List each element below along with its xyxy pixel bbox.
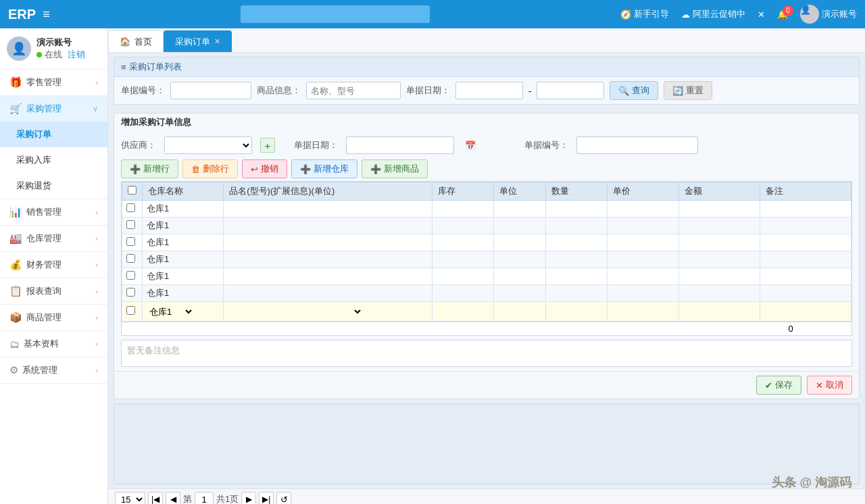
cell-amount-4 — [678, 268, 760, 285]
ali-promo-btn[interactable]: ☁ 阿里云促销中 — [681, 8, 745, 20]
row-checkbox-5[interactable] — [126, 288, 135, 297]
tab-purchase-order[interactable]: 采购订单 ✕ — [164, 30, 232, 52]
del-row-button[interactable]: 🗑 删除行 — [182, 159, 238, 178]
retail-icon: 🎁 — [9, 76, 22, 89]
report-label: 报表查询 — [26, 285, 61, 297]
purchase-stock-label: 采购入库 — [16, 154, 51, 166]
page-number-input[interactable] — [195, 492, 214, 504]
refresh-btn[interactable]: ↺ — [276, 492, 291, 504]
cell-price-4 — [608, 268, 679, 285]
page-size-select[interactable]: 15 30 50 — [115, 492, 145, 504]
next-page-btn[interactable]: ▶ — [241, 492, 256, 504]
sidebar-item-basic[interactable]: 🗂 基本资料 › — [0, 331, 107, 357]
edit-qty-input[interactable] — [550, 305, 584, 318]
cell-unit-0 — [494, 201, 546, 218]
chevron-right-icon: › — [95, 78, 98, 86]
sidebar-status: 在线 注销 — [36, 49, 85, 61]
first-page-btn[interactable]: |◀ — [148, 492, 163, 504]
edit-cell-warehouse[interactable]: 仓库1 — [143, 302, 224, 322]
system-icon: ⚙ — [9, 364, 18, 376]
table-row: 仓库1 — [122, 268, 851, 285]
global-search-input[interactable] — [241, 5, 430, 23]
sidebar-item-report[interactable]: 📋 报表查询 › — [0, 278, 107, 304]
sidebar-item-retail[interactable]: 🎁 零售管理 › — [0, 70, 107, 95]
col-price: 单价 — [608, 182, 679, 201]
col-remark: 备注 — [760, 182, 851, 201]
sidebar-avatar: 👤 — [7, 36, 31, 61]
add-supplier-btn[interactable]: + — [260, 138, 275, 153]
goods-info-input[interactable] — [306, 82, 401, 99]
date-start-input[interactable] — [455, 82, 523, 99]
reset-button[interactable]: 🔄 重置 — [664, 81, 712, 100]
edit-unit-input[interactable] — [498, 305, 525, 318]
edit-price-input[interactable] — [612, 305, 652, 318]
guide-btn[interactable]: 🧭 新手引导 — [620, 8, 669, 20]
edit-cell-unit[interactable] — [494, 302, 546, 322]
cancel-btn-label: 取消 — [826, 379, 843, 391]
tab-close-icon[interactable]: ✕ — [214, 37, 220, 46]
edit-row-checkbox[interactable] — [126, 306, 135, 315]
prev-page-btn[interactable]: ◀ — [166, 492, 180, 504]
sidebar-item-purchase[interactable]: 🛒 采购管理 ∨ — [0, 96, 107, 122]
edit-product-select[interactable] — [228, 304, 363, 319]
pagination: 15 30 50 |◀ ◀ 第 共1页 ▶ ▶| ↺ — [108, 488, 865, 504]
search-form: 单据编号： 商品信息： 单据日期： - 🔍 查询 🔄 重置 — [114, 77, 859, 104]
edit-cell-amount[interactable] — [678, 302, 760, 322]
select-all-checkbox[interactable] — [128, 186, 137, 195]
logout-btn[interactable]: 注销 — [68, 49, 85, 61]
sidebar-item-purchase-return[interactable]: 采购退货 — [0, 173, 107, 199]
edit-cell-price[interactable] — [608, 302, 679, 322]
add-goods-button[interactable]: ➕ 新增商品 — [362, 159, 428, 178]
edit-cell-stock[interactable] — [432, 302, 493, 322]
notification-btn[interactable]: 🔔 0 — [777, 9, 788, 20]
add-row-button[interactable]: ➕ 新增行 — [121, 159, 178, 178]
row-checkbox-4[interactable] — [126, 271, 135, 280]
row-checkbox-2[interactable] — [126, 237, 135, 246]
edit-amount-input[interactable] — [683, 305, 731, 318]
table-header-row: 仓库名称 品名(型号)(扩展信息)(单位) 库存 单位 数量 单价 金额 备注 — [122, 182, 851, 201]
order-no-input[interactable] — [170, 82, 251, 99]
date-end-input[interactable] — [537, 82, 604, 99]
edit-warehouse-select[interactable]: 仓库1 — [147, 304, 194, 319]
save-button[interactable]: ✔ 保存 — [756, 376, 801, 395]
supplier-select[interactable] — [164, 136, 252, 154]
sidebar-item-goods[interactable]: 📦 商品管理 › — [0, 305, 107, 330]
row-checkbox-3[interactable] — [126, 254, 135, 263]
col-warehouse: 仓库名称 — [143, 182, 224, 201]
close-btn[interactable]: ✕ — [758, 9, 765, 20]
edit-cell-remark[interactable] — [760, 302, 851, 322]
user-menu[interactable]: 👤 演示账号 — [800, 5, 857, 24]
sidebar-item-warehouse[interactable]: 🏭 仓库管理 › — [0, 226, 107, 251]
sidebar-item-purchase-stock[interactable]: 采购入库 — [0, 147, 107, 173]
cell-price-1 — [608, 218, 679, 234]
sidebar-item-finance[interactable]: 💰 财务管理 › — [0, 252, 107, 278]
cancel-row-button[interactable]: ↩ 撤销 — [242, 159, 287, 178]
ali-promo-label: 阿里云促销中 — [693, 8, 745, 20]
cell-stock-5 — [432, 285, 493, 302]
cell-amount-2 — [678, 234, 760, 251]
sidebar-item-sales[interactable]: 📊 销售管理 › — [0, 199, 107, 225]
query-button[interactable]: 🔍 查询 — [610, 81, 658, 100]
cancel-button[interactable]: ✕ 取消 — [807, 376, 852, 395]
sidebar-item-purchase-order[interactable]: 采购订单 — [0, 122, 107, 147]
sidebar-item-system[interactable]: ⚙ 系统管理 › — [0, 357, 107, 383]
edit-cell-product[interactable] — [224, 302, 432, 322]
add-warehouse-button[interactable]: ➕ 新增仓库 — [291, 159, 357, 178]
row-checkbox-1[interactable] — [126, 220, 135, 229]
order-date-input[interactable]: 2020-04-15 09:45:26 — [346, 136, 454, 154]
last-page-btn[interactable]: ▶| — [259, 492, 274, 504]
cell-remark-0 — [760, 201, 851, 218]
edit-remark-input[interactable] — [764, 305, 818, 318]
row-checkbox-0[interactable] — [126, 203, 135, 212]
table-row: 仓库1 — [122, 201, 851, 218]
system-label: 系统管理 — [22, 364, 57, 376]
order-no-value-input[interactable]: CGDD00000000687 — [576, 136, 698, 154]
edit-stock-input[interactable] — [437, 305, 470, 318]
sales-label: 销售管理 — [26, 206, 61, 218]
edit-cell-qty[interactable] — [545, 302, 607, 322]
menu-toggle-icon[interactable]: ≡ — [43, 7, 50, 22]
tab-home[interactable]: 🏠 首页 — [108, 30, 164, 52]
calendar-icon[interactable]: 📅 — [465, 141, 476, 151]
list-section-title: 采购订单列表 — [129, 61, 182, 73]
chevron-right-icon-gds: › — [95, 313, 98, 322]
